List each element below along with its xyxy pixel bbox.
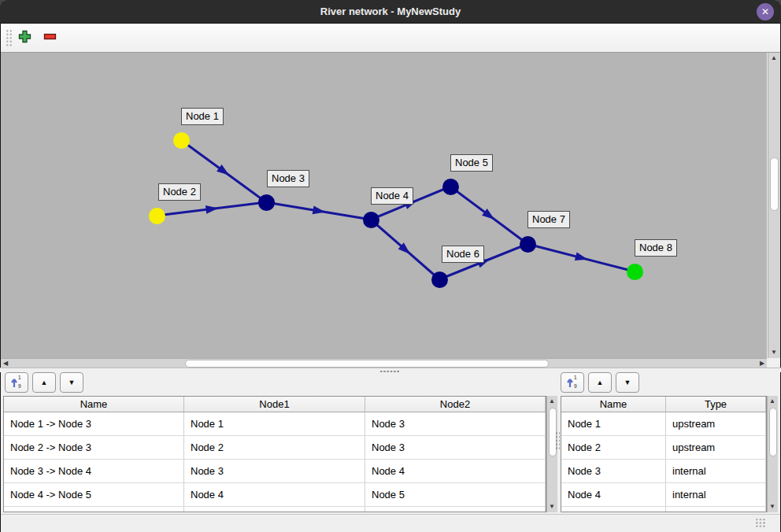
table-cell[interactable]: Node 2 -> Node 3: [4, 436, 184, 460]
column-header[interactable]: Name: [4, 397, 184, 412]
network-canvas[interactable]: Node 1Node 2Node 3Node 4Node 5Node 6Node…: [1, 53, 767, 358]
close-button[interactable]: ✕: [757, 3, 774, 20]
table-row[interactable]: Node 2upstream: [561, 436, 766, 460]
table-cell[interactable]: upstream: [666, 436, 766, 460]
column-header[interactable]: Name: [561, 397, 666, 412]
window-title: River network - MyNewStudy: [0, 0, 781, 24]
node-node-6[interactable]: [431, 272, 448, 288]
nodes-table: NameTypeNode 1upstreamNode 2upstreamNode…: [561, 396, 767, 512]
up-triangle-icon: ▲: [41, 379, 48, 386]
table-cell[interactable]: Node 3: [365, 412, 546, 436]
canvas-hscroll-thumb[interactable]: [185, 360, 549, 368]
status-bar: [1, 514, 780, 532]
node-label[interactable]: Node 5: [450, 154, 493, 172]
table-cell[interactable]: upstream: [666, 412, 766, 436]
scroll-up-icon[interactable]: ▲: [768, 397, 777, 406]
table-cell[interactable]: Node 5: [365, 483, 546, 507]
node-node-3[interactable]: [258, 194, 275, 211]
svg-text:1: 1: [18, 375, 21, 380]
table-cell[interactable]: Node 3 -> Node 4: [4, 460, 184, 483]
table-cell[interactable]: Node 2: [184, 436, 365, 460]
plus-icon: [18, 30, 31, 46]
table-cell[interactable]: Node 1: [561, 412, 666, 436]
table-row[interactable]: Node 1upstream: [561, 412, 766, 436]
column-header[interactable]: Node2: [365, 397, 546, 412]
app-window: River network - MyNewStudy ✕ Node 1Node …: [0, 0, 781, 532]
table-cell: [184, 507, 365, 512]
table-cell[interactable]: Node 4 -> Node 5: [4, 483, 184, 507]
node-label[interactable]: Node 4: [371, 187, 413, 205]
table-cell[interactable]: Node 3: [561, 460, 666, 483]
table-cell[interactable]: Node 2: [561, 436, 666, 460]
down-triangle-icon: ▼: [68, 379, 76, 386]
table-row[interactable]: Node 1 -> Node 3Node 1Node 3: [4, 412, 546, 436]
table-cell[interactable]: internal: [666, 460, 766, 483]
canvas-vscroll-thumb[interactable]: [770, 157, 779, 211]
up-triangle-icon: ▲: [597, 379, 604, 386]
scroll-up-icon[interactable]: ▲: [547, 397, 557, 406]
edges-layer: [1, 53, 767, 358]
sort-ascending-icon: 1 9: [567, 375, 579, 390]
table-row[interactable]: Node 4 -> Node 5Node 4Node 5: [4, 483, 546, 507]
move-up-links-button[interactable]: ▲: [32, 372, 56, 393]
node-node-4[interactable]: [363, 212, 379, 228]
nodes-table-vscrollbar[interactable]: ▲ ▼: [767, 396, 778, 512]
edge-arrow-icon: [575, 252, 589, 264]
table-cell[interactable]: Node 3: [365, 436, 546, 460]
node-label[interactable]: Node 6: [442, 246, 484, 263]
table-header-row: NameNode1Node2: [4, 397, 546, 412]
table-cell: [4, 507, 184, 512]
table-cell[interactable]: internal: [666, 483, 766, 507]
node-node-8[interactable]: [627, 264, 643, 280]
node-node-2[interactable]: [149, 208, 165, 224]
node-label[interactable]: Node 1: [181, 108, 224, 125]
nodes-vscroll-thumb[interactable]: [769, 408, 777, 456]
window-resize-grip[interactable]: [755, 518, 766, 528]
node-node-7[interactable]: [520, 236, 536, 253]
scroll-down-icon[interactable]: ▼: [768, 502, 777, 512]
table-cell[interactable]: Node 1 -> Node 3: [4, 412, 184, 436]
canvas-vscrollbar[interactable]: ▲ ▼: [768, 53, 780, 358]
move-down-links-button[interactable]: ▼: [60, 372, 83, 393]
toolbar-drag-handle[interactable]: [6, 29, 13, 47]
svg-text:1: 1: [574, 375, 577, 380]
pane-splitter-horizontal[interactable]: [0, 368, 781, 372]
titlebar[interactable]: River network - MyNewStudy ✕: [0, 0, 781, 24]
svg-text:9: 9: [574, 383, 577, 389]
move-up-nodes-button[interactable]: ▲: [588, 372, 612, 393]
add-node-button[interactable]: [15, 28, 34, 47]
table-cell[interactable]: Node 4: [184, 483, 365, 507]
scroll-down-icon[interactable]: ▼: [547, 502, 557, 512]
move-down-nodes-button[interactable]: ▼: [616, 372, 639, 393]
table-row[interactable]: Node 2 -> Node 3Node 2Node 3: [4, 436, 546, 460]
table-cell[interactable]: Node 4: [561, 483, 666, 507]
column-header[interactable]: Node1: [184, 397, 365, 412]
down-triangle-icon: ▼: [624, 379, 631, 386]
column-header[interactable]: Type: [666, 397, 766, 412]
table-cell[interactable]: Node 4: [365, 460, 546, 483]
scroll-down-icon[interactable]: ▼: [768, 348, 779, 357]
node-label[interactable]: Node 3: [267, 170, 309, 187]
node-label[interactable]: Node 2: [158, 183, 201, 201]
sort-nodes-button[interactable]: 1 9: [561, 372, 584, 393]
node-node-5[interactable]: [442, 179, 459, 195]
table-row[interactable]: Node 3 -> Node 4Node 3Node 4: [4, 460, 546, 483]
node-label[interactable]: Node 7: [527, 211, 570, 228]
table-splitter-vertical[interactable]: [555, 431, 560, 450]
sort-links-button[interactable]: 1 9: [5, 372, 28, 393]
splitter-dots: [379, 370, 400, 372]
links-table-vscrollbar[interactable]: ▲ ▼: [546, 396, 557, 512]
table-cell: [365, 507, 546, 512]
table-cell[interactable]: Node 3: [184, 460, 365, 483]
table-cell[interactable]: Node 1: [184, 412, 365, 436]
links-table-toolbar: 1 9 ▲ ▼: [5, 372, 83, 393]
table-cell: [666, 507, 766, 512]
remove-node-button[interactable]: [40, 28, 59, 47]
table-row[interactable]: Node 3internal: [561, 460, 766, 483]
scroll-up-icon[interactable]: ▲: [768, 54, 779, 63]
node-label[interactable]: Node 8: [635, 239, 677, 257]
table-row[interactable]: Node 4internal: [561, 483, 766, 507]
svg-text:9: 9: [18, 383, 21, 389]
node-node-1[interactable]: [173, 132, 190, 149]
sort-ascending-icon: 1 9: [11, 375, 23, 390]
